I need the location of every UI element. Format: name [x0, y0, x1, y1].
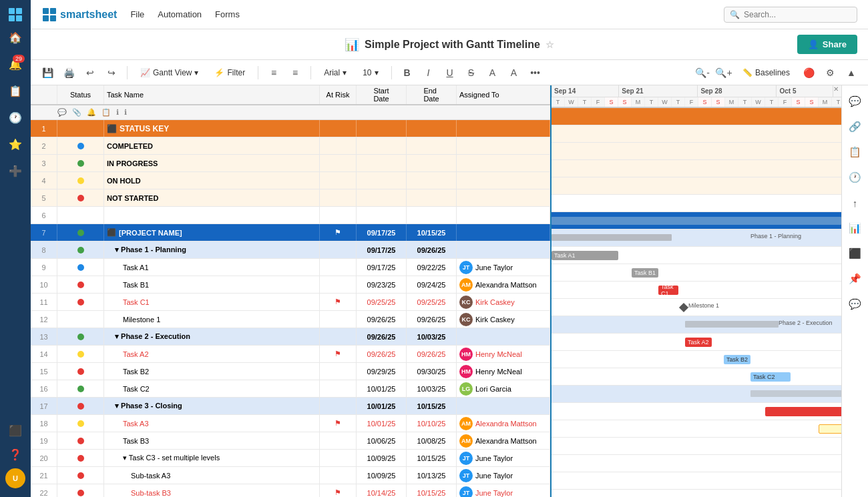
grid-area: Status Task Name At Risk StartDate EndDa…: [31, 85, 552, 497]
align-left-icon[interactable]: ≡: [265, 64, 282, 81]
table-row[interactable]: 6: [31, 207, 550, 224]
gantt-bar-project: [552, 217, 841, 225]
rp-history-icon[interactable]: 🕐: [845, 167, 866, 188]
rp-grid-icon[interactable]: ⬛: [845, 243, 866, 264]
row-risk: ⚑: [320, 484, 357, 497]
sidebar-help[interactable]: ❓: [3, 442, 27, 466]
row-end: 10/15/25: [407, 450, 457, 466]
brand-name: smartsheet: [60, 9, 117, 21]
critical-path-icon[interactable]: 🔴: [800, 64, 817, 81]
table-row[interactable]: 22 Sub-task B3 ⚑ 10/14/25 10/15/25 JT Ju…: [31, 484, 550, 497]
row-task: Task B1: [104, 276, 320, 293]
sidebar-notifications[interactable]: 🔔 29: [3, 52, 27, 76]
row-risk: [320, 259, 357, 276]
sidebar-favorites[interactable]: ⭐: [3, 132, 27, 156]
table-row[interactable]: 9 Task A1 09/17/25 09/22/25 JT June Tayl…: [31, 259, 550, 276]
rp-comments-icon[interactable]: 💬: [845, 91, 866, 112]
row-start: [357, 189, 407, 206]
nav-forms[interactable]: Forms: [215, 9, 240, 19]
more-icon[interactable]: •••: [527, 64, 544, 81]
zoom-out-icon[interactable]: 🔍-: [694, 64, 711, 81]
toolbar-redo-icon[interactable]: ↪: [103, 64, 120, 81]
row-assigned: [457, 172, 550, 189]
end-date-header: EndDate: [407, 85, 457, 104]
row-assigned: AM Alexandra Mattson: [457, 415, 550, 432]
table-row[interactable]: 15 Task B2 09/29/25 09/30/25 HM Henry Mc…: [31, 363, 550, 380]
table-row[interactable]: 8 ▾ Phase 1 - Planning 09/17/25 09/26/25: [31, 241, 550, 259]
gantt-row: [552, 125, 841, 143]
table-row[interactable]: 4 ON HOLD: [31, 172, 550, 189]
toolbar-print-icon[interactable]: 🖨️: [60, 64, 77, 81]
toolbar-undo-icon[interactable]: ↩: [81, 64, 99, 81]
underline-icon[interactable]: U: [441, 64, 459, 81]
sidebar-home[interactable]: 🏠: [3, 25, 27, 49]
gantt-bar-task-c2: Task C2: [750, 372, 791, 382]
table-row[interactable]: 2 COMPLETED: [31, 137, 550, 155]
text-color-icon[interactable]: A: [505, 64, 523, 81]
table-row[interactable]: 10 Task B1 09/23/25 09/24/25 AM Alexandr…: [31, 276, 550, 294]
table-row[interactable]: 11 Task C1 ⚑ 09/25/25 09/25/25 KC Kirk C…: [31, 294, 550, 311]
baselines-button[interactable]: 📏 Baselines: [736, 65, 796, 80]
row-task: IN PROGRESS: [104, 155, 320, 171]
table-row[interactable]: 3 IN PROGRESS: [31, 155, 550, 172]
search-box[interactable]: 🔍: [724, 7, 857, 23]
table-row[interactable]: 13 ▾ Phase 2 - Execution 09/26/25 10/03/…: [31, 328, 550, 346]
font-select[interactable]: Arial ▾: [318, 65, 353, 80]
rp-comment2-icon[interactable]: 💬: [845, 294, 866, 315]
italic-icon[interactable]: I: [420, 64, 437, 81]
gantt-row: Task C2: [552, 368, 841, 386]
strikethrough-icon[interactable]: S: [463, 64, 480, 81]
toolbar-save-icon[interactable]: 💾: [39, 64, 56, 81]
align-right-icon[interactable]: ≡: [286, 64, 304, 81]
filter-button[interactable]: ⚡ Filter: [208, 65, 251, 80]
table-row[interactable]: 7 ⬛ [PROJECT NAME] ⚑ 09/17/25 10/15/25: [31, 224, 550, 241]
table-row[interactable]: 12 Milestone 1 09/26/25 09/26/25 KC Kirk…: [31, 311, 550, 328]
table-row[interactable]: 19 Task B3 10/06/25 10/08/25 AM Alexandr…: [31, 432, 550, 450]
rp-activity-icon[interactable]: 📊: [845, 217, 866, 239]
star-icon[interactable]: ☆: [546, 39, 554, 50]
row-task: Task A2: [104, 346, 320, 362]
sidebar-new[interactable]: ➕: [3, 159, 27, 183]
sheet-icon: 📊: [345, 37, 359, 52]
gantt-close-button[interactable]: ✕: [833, 85, 839, 97]
bold-icon[interactable]: B: [399, 64, 416, 81]
sidebar-avatar[interactable]: U: [3, 466, 27, 490]
settings-icon[interactable]: ⚙: [821, 64, 839, 81]
sidebar-apps[interactable]: ⬛: [3, 418, 27, 442]
row-task: ON HOLD: [104, 172, 320, 189]
row-assigned: [457, 189, 550, 206]
table-row[interactable]: 16 Task C2 10/01/25 10/03/25 LG Lori Gar…: [31, 380, 550, 398]
table-row[interactable]: 17 ▾ Phase 3 - Closing 10/01/25 10/15/25: [31, 398, 550, 415]
rp-pin-icon[interactable]: 📌: [845, 268, 866, 290]
avatar: KC: [459, 313, 473, 326]
font-size-select[interactable]: 10 ▾: [357, 65, 384, 80]
highlight-icon[interactable]: A: [484, 64, 501, 81]
table-row[interactable]: 21 Sub-task A3 10/09/25 10/13/25 JT June…: [31, 467, 550, 484]
table-row[interactable]: 14 Task A2 ⚑ 09/26/25 09/26/25 HM Henry …: [31, 346, 550, 363]
table-row[interactable]: 18 Task A3 ⚑ 10/01/25 10/10/25 AM Alexan…: [31, 415, 550, 432]
collapse-icon[interactable]: ▲: [843, 64, 860, 81]
table-row[interactable]: 1 ⬛ STATUS KEY: [31, 120, 550, 137]
table-row[interactable]: 20 ▾ Task C3 - set multiple levels 10/09…: [31, 450, 550, 467]
rp-publish-icon[interactable]: ↑: [845, 192, 866, 213]
font-chevron-icon: ▾: [343, 68, 347, 77]
row-risk: ⚑: [320, 294, 357, 310]
brand-logo: smartsheet: [41, 7, 117, 23]
rp-sheets-icon[interactable]: 📋: [845, 141, 866, 163]
nav-file[interactable]: File: [130, 9, 144, 19]
zoom-in-icon[interactable]: 🔍+: [715, 64, 732, 81]
row-num: 8: [31, 241, 57, 258]
gantt-view-button[interactable]: 📈 Gantt View ▾: [134, 65, 204, 80]
sidebar-browse[interactable]: 📋: [3, 79, 27, 103]
search-input[interactable]: [744, 10, 851, 19]
gantt-row: [552, 403, 841, 420]
row-end: [407, 155, 457, 171]
gantt-row: [552, 490, 841, 497]
table-row[interactable]: 5 NOT STARTED: [31, 189, 550, 207]
nav-automation[interactable]: Automation: [158, 9, 202, 19]
share-button[interactable]: 👤 Share: [797, 35, 857, 54]
sidebar-recent[interactable]: 🕐: [3, 105, 27, 129]
rp-link-icon[interactable]: 🔗: [845, 116, 866, 137]
row-num: 7: [31, 224, 57, 241]
gantt-day: T: [738, 97, 752, 107]
